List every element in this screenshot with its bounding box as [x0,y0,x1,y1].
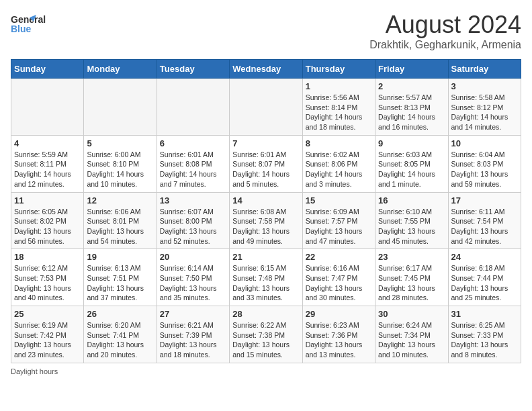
day-info: Sunrise: 6:06 AM Sunset: 8:01 PM Dayligh… [87,207,153,246]
calendar-cell: 1Sunrise: 5:56 AM Sunset: 8:14 PM Daylig… [302,79,375,136]
calendar-cell [84,79,157,136]
calendar-cell: 3Sunrise: 5:58 AM Sunset: 8:12 PM Daylig… [448,79,521,136]
logo: General Blue [11,11,64,38]
day-header-thursday: Thursday [302,60,375,79]
calendar-cell [230,79,302,136]
day-number: 11 [14,195,81,205]
day-number: 12 [87,195,153,205]
calendar-cell: 5Sunrise: 6:00 AM Sunset: 8:10 PM Daylig… [84,135,157,192]
day-header-wednesday: Wednesday [230,60,302,79]
day-info: Sunrise: 6:01 AM Sunset: 8:07 PM Dayligh… [232,150,299,189]
sub-title: Drakhtik, Gegharkunik, Armenia [369,39,521,51]
day-number: 15 [306,195,372,205]
day-number: 20 [160,252,226,262]
day-info: Sunrise: 6:19 AM Sunset: 7:42 PM Dayligh… [14,320,81,360]
day-info: Sunrise: 6:05 AM Sunset: 8:02 PM Dayligh… [14,207,81,246]
day-number: 25 [14,309,81,319]
day-number: 1 [306,81,372,91]
day-info: Sunrise: 6:10 AM Sunset: 7:55 PM Dayligh… [378,207,445,246]
day-info: Sunrise: 6:21 AM Sunset: 7:39 PM Dayligh… [160,320,226,360]
day-number: 27 [160,309,226,319]
day-header-friday: Friday [375,60,448,79]
day-number: 23 [378,252,445,262]
week-row-3: 11Sunrise: 6:05 AM Sunset: 8:02 PM Dayli… [11,192,521,249]
calendar-cell: 25Sunrise: 6:19 AM Sunset: 7:42 PM Dayli… [11,306,84,363]
day-number: 26 [87,309,153,319]
calendar-cell: 22Sunrise: 6:16 AM Sunset: 7:47 PM Dayli… [302,249,375,306]
calendar-cell: 11Sunrise: 6:05 AM Sunset: 8:02 PM Dayli… [11,192,84,249]
day-info: Sunrise: 6:13 AM Sunset: 7:51 PM Dayligh… [87,263,153,303]
day-info: Sunrise: 5:56 AM Sunset: 8:14 PM Dayligh… [306,93,372,132]
calendar-cell: 31Sunrise: 6:25 AM Sunset: 7:33 PM Dayli… [448,306,521,363]
day-number: 7 [232,138,299,148]
day-info: Sunrise: 6:00 AM Sunset: 8:10 PM Dayligh… [87,150,153,189]
day-header-sunday: Sunday [11,60,84,79]
calendar-cell: 24Sunrise: 6:18 AM Sunset: 7:44 PM Dayli… [448,249,521,306]
day-info: Sunrise: 5:57 AM Sunset: 8:13 PM Dayligh… [378,93,445,132]
day-info: Sunrise: 6:14 AM Sunset: 7:50 PM Dayligh… [160,263,226,303]
svg-text:Blue: Blue [11,24,32,34]
calendar-cell: 10Sunrise: 6:04 AM Sunset: 8:03 PM Dayli… [448,135,521,192]
day-header-saturday: Saturday [448,60,521,79]
calendar-cell: 6Sunrise: 6:01 AM Sunset: 8:08 PM Daylig… [157,135,229,192]
calendar-cell: 13Sunrise: 6:07 AM Sunset: 8:00 PM Dayli… [157,192,229,249]
day-number: 8 [306,138,372,148]
calendar: SundayMondayTuesdayWednesdayThursdayFrid… [11,59,521,363]
calendar-cell: 26Sunrise: 6:20 AM Sunset: 7:41 PM Dayli… [84,306,157,363]
calendar-cell: 17Sunrise: 6:11 AM Sunset: 7:54 PM Dayli… [448,192,521,249]
day-info: Sunrise: 6:25 AM Sunset: 7:33 PM Dayligh… [451,320,518,360]
day-number: 6 [160,138,226,148]
calendar-cell: 20Sunrise: 6:14 AM Sunset: 7:50 PM Dayli… [157,249,229,306]
calendar-cell: 2Sunrise: 5:57 AM Sunset: 8:13 PM Daylig… [375,79,448,136]
day-number: 28 [232,309,299,319]
day-info: Sunrise: 6:15 AM Sunset: 7:48 PM Dayligh… [232,263,299,303]
calendar-cell: 14Sunrise: 6:08 AM Sunset: 7:58 PM Dayli… [230,192,302,249]
day-info: Sunrise: 5:58 AM Sunset: 8:12 PM Dayligh… [451,93,518,132]
day-number: 5 [87,138,153,148]
day-number: 2 [378,81,445,91]
calendar-cell: 9Sunrise: 6:03 AM Sunset: 8:05 PM Daylig… [375,135,448,192]
calendar-cell: 15Sunrise: 6:09 AM Sunset: 7:57 PM Dayli… [302,192,375,249]
calendar-cell: 28Sunrise: 6:22 AM Sunset: 7:38 PM Dayli… [230,306,302,363]
day-header-tuesday: Tuesday [157,60,229,79]
day-info: Sunrise: 6:02 AM Sunset: 8:06 PM Dayligh… [306,150,372,189]
day-number: 21 [232,252,299,262]
header: General Blue August 2024 Drakhtik, Gegha… [11,11,521,51]
calendar-cell [11,79,84,136]
calendar-cell: 8Sunrise: 6:02 AM Sunset: 8:06 PM Daylig… [302,135,375,192]
day-info: Sunrise: 6:12 AM Sunset: 7:53 PM Dayligh… [14,263,81,303]
week-row-5: 25Sunrise: 6:19 AM Sunset: 7:42 PM Dayli… [11,306,521,363]
day-info: Sunrise: 6:04 AM Sunset: 8:03 PM Dayligh… [451,150,518,189]
main-title: August 2024 [369,11,521,39]
day-info: Sunrise: 6:24 AM Sunset: 7:34 PM Dayligh… [378,320,445,360]
calendar-cell [157,79,229,136]
calendar-cell: 4Sunrise: 5:59 AM Sunset: 8:11 PM Daylig… [11,135,84,192]
day-info: Sunrise: 6:18 AM Sunset: 7:44 PM Dayligh… [451,263,518,303]
day-info: Sunrise: 6:17 AM Sunset: 7:45 PM Dayligh… [378,263,445,303]
day-number: 10 [451,138,518,148]
day-info: Sunrise: 6:23 AM Sunset: 7:36 PM Dayligh… [306,320,372,360]
calendar-cell: 23Sunrise: 6:17 AM Sunset: 7:45 PM Dayli… [375,249,448,306]
day-header-monday: Monday [84,60,157,79]
day-number: 22 [306,252,372,262]
day-info: Sunrise: 6:20 AM Sunset: 7:41 PM Dayligh… [87,320,153,360]
week-row-4: 18Sunrise: 6:12 AM Sunset: 7:53 PM Dayli… [11,249,521,306]
calendar-cell: 18Sunrise: 6:12 AM Sunset: 7:53 PM Dayli… [11,249,84,306]
day-number: 29 [306,309,372,319]
day-number: 18 [14,252,81,262]
day-info: Sunrise: 6:16 AM Sunset: 7:47 PM Dayligh… [306,263,372,303]
day-info: Sunrise: 6:22 AM Sunset: 7:38 PM Dayligh… [232,320,299,360]
calendar-cell: 16Sunrise: 6:10 AM Sunset: 7:55 PM Dayli… [375,192,448,249]
day-number: 31 [451,309,518,319]
calendar-header: SundayMondayTuesdayWednesdayThursdayFrid… [11,60,521,79]
day-info: Sunrise: 6:11 AM Sunset: 7:54 PM Dayligh… [451,207,518,246]
day-info: Sunrise: 6:03 AM Sunset: 8:05 PM Dayligh… [378,150,445,189]
day-number: 13 [160,195,226,205]
calendar-cell: 12Sunrise: 6:06 AM Sunset: 8:01 PM Dayli… [84,192,157,249]
calendar-cell: 27Sunrise: 6:21 AM Sunset: 7:39 PM Dayli… [157,306,229,363]
header-row: SundayMondayTuesdayWednesdayThursdayFrid… [11,60,521,79]
day-number: 16 [378,195,445,205]
week-row-2: 4Sunrise: 5:59 AM Sunset: 8:11 PM Daylig… [11,135,521,192]
day-number: 24 [451,252,518,262]
calendar-body: 1Sunrise: 5:56 AM Sunset: 8:14 PM Daylig… [11,79,521,363]
